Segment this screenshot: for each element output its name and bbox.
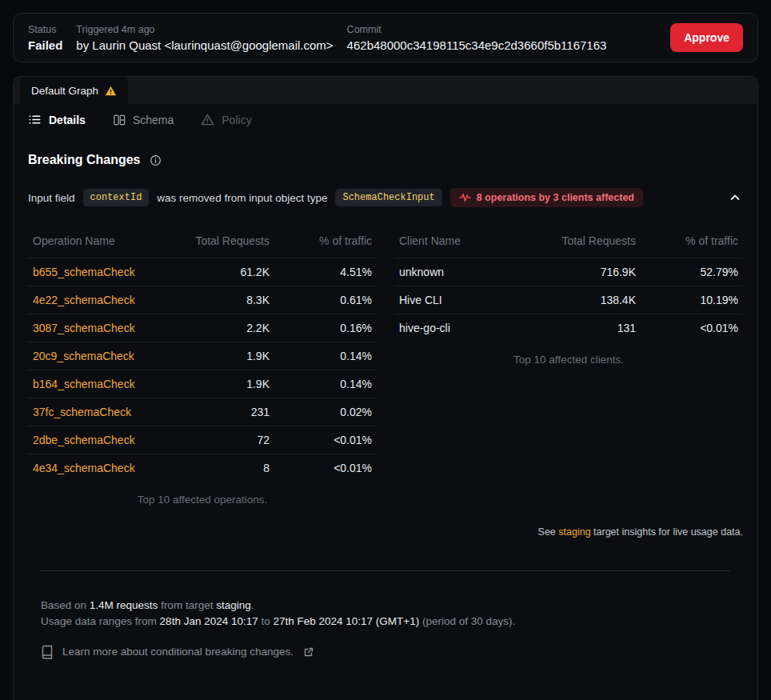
footer-text: from target <box>161 599 213 611</box>
page: Status Failed Triggered 4m ago by Laurin… <box>0 0 771 700</box>
requests-cell: 231 <box>162 398 274 426</box>
requests-cell: 8 <box>162 454 274 482</box>
learn-more-link[interactable]: Learn more about conditional breaking ch… <box>41 644 730 660</box>
triggered-by: by Laurin Quast <laurinquast@googlemail.… <box>76 38 333 52</box>
client-name-cell: hive-go-cli <box>394 314 529 342</box>
requests-cell: 138.4K <box>529 286 641 314</box>
tab-schema[interactable]: Schema <box>113 114 174 126</box>
operation-link[interactable]: 37fc_schemaCheck <box>33 406 131 418</box>
traffic-cell: 0.61% <box>274 286 377 314</box>
operation-link[interactable]: 4e22_schemaCheck <box>33 294 135 306</box>
requests-cell: 72 <box>162 426 274 454</box>
col-client-name: Client Name <box>394 230 529 258</box>
table-row: b655_schemaCheck 61.2K 4.51% <box>28 258 377 286</box>
col-total-requests: Total Requests <box>529 230 641 258</box>
activity-pulse-icon <box>459 193 471 202</box>
external-link-icon <box>304 647 314 657</box>
traffic-cell: 0.14% <box>274 370 377 398</box>
book-icon <box>41 645 54 659</box>
traffic-cell: 52.79% <box>641 258 743 286</box>
staging-link[interactable]: staging <box>558 526 590 538</box>
graph-tab-strip: Default Graph <box>14 77 757 104</box>
col-operation-name: Operation Name <box>28 230 162 258</box>
footer-range-start: 28th Jan 2024 10:17 <box>160 615 258 627</box>
schema-icon <box>113 114 126 126</box>
check-tabs: Details Schema <box>14 104 757 135</box>
footer-target: staging <box>216 599 251 611</box>
requests-cell: 8.3K <box>162 286 274 314</box>
graph-tab-label: Default Graph <box>31 85 98 97</box>
footer-text: Based on <box>41 599 86 611</box>
tab-policy[interactable]: Policy <box>201 113 251 126</box>
approve-button[interactable]: Approve <box>670 23 743 52</box>
tab-policy-label: Policy <box>222 114 251 126</box>
table-row: Hive CLI 138.4K 10.19% <box>394 286 743 314</box>
insights-suffix: target insights for live usage data. <box>593 526 743 538</box>
operation-link[interactable]: b164_schemaCheck <box>33 378 135 390</box>
traffic-cell: 0.02% <box>274 398 377 426</box>
traffic-cell: 0.16% <box>274 314 377 342</box>
footer-range-end: 27th Feb 2024 10:17 (GMT+1) <box>274 615 420 627</box>
operations-caption: Top 10 affected operations. <box>28 494 377 506</box>
triggered-label: Triggered 4m ago <box>76 24 333 35</box>
traffic-cell: 10.19% <box>641 286 743 314</box>
requests-cell: 1.9K <box>162 342 274 370</box>
status-value: Failed <box>28 38 62 52</box>
requests-cell: 131 <box>529 314 641 342</box>
triggered-group: Triggered 4m ago by Laurin Quast <laurin… <box>76 24 333 52</box>
operation-link[interactable]: 4e34_schemaCheck <box>33 462 135 474</box>
operation-link[interactable]: b655_schemaCheck <box>33 266 135 278</box>
footer-requests: 1.4M requests <box>90 599 158 611</box>
clients-caption: Top 10 affected clients. <box>394 354 743 366</box>
affected-badge: 8 operations by 3 clients affected <box>450 188 643 207</box>
field-code-chip: contextId <box>83 189 150 206</box>
tab-details-label: Details <box>49 114 86 126</box>
tab-default-graph[interactable]: Default Graph <box>20 77 128 104</box>
section-head: Breaking Changes <box>28 153 743 167</box>
status-group: Status Failed <box>28 24 62 52</box>
chevron-up-icon[interactable] <box>727 190 743 206</box>
table-row: hive-go-cli 131 <0.01% <box>394 314 743 342</box>
table-row: 4e22_schemaCheck 8.3K 0.61% <box>28 286 377 314</box>
check-summary-header: Status Failed Triggered 4m ago by Laurin… <box>13 13 758 62</box>
usage-tables: Operation Name Total Requests % of traff… <box>28 230 743 506</box>
list-icon <box>28 113 42 126</box>
warning-outline-icon <box>201 113 214 126</box>
table-row: 3087_schemaCheck 2.2K 0.16% <box>28 314 377 342</box>
warning-triangle-icon <box>105 85 117 97</box>
traffic-cell: 4.51% <box>274 258 377 286</box>
breaking-change-item[interactable]: Input field contextId was removed from i… <box>28 188 743 207</box>
table-row: 20c9_schemaCheck 1.9K 0.14% <box>28 342 377 370</box>
change-prefix: Input field <box>28 192 75 204</box>
insights-prefix: See <box>538 526 556 538</box>
requests-cell: 2.2K <box>162 314 274 342</box>
requests-cell: 716.9K <box>529 258 641 286</box>
operation-link[interactable]: 3087_schemaCheck <box>33 322 135 334</box>
operation-link[interactable]: 20c9_schemaCheck <box>33 350 134 362</box>
footer-line-1: Based on 1.4M requests from target stagi… <box>41 598 730 614</box>
section-title: Breaking Changes <box>28 153 140 167</box>
operations-table: Operation Name Total Requests % of traff… <box>28 230 377 482</box>
tab-schema-label: Schema <box>133 114 174 126</box>
col-traffic: % of traffic <box>641 230 743 258</box>
commit-hash: 462b48000c34198115c34e9c2d3660f5b1167163 <box>347 38 607 52</box>
tab-details[interactable]: Details <box>28 113 86 126</box>
commit-label: Commit <box>347 24 607 35</box>
table-row: 37fc_schemaCheck 231 0.02% <box>28 398 377 426</box>
table-row: unknown 716.9K 52.79% <box>394 258 743 286</box>
schema-check-card: Default Graph Details <box>13 76 758 700</box>
requests-cell: 61.2K <box>162 258 274 286</box>
info-icon[interactable] <box>150 154 162 166</box>
traffic-cell: <0.01% <box>274 426 377 454</box>
operation-link[interactable]: 2dbe_schemaCheck <box>33 434 135 446</box>
affected-badge-label: 8 operations by 3 clients affected <box>477 192 634 203</box>
footer-line-2: Usage data ranges from 28th Jan 2024 10:… <box>41 614 730 630</box>
traffic-cell: <0.01% <box>274 454 377 482</box>
requests-cell: 1.9K <box>162 370 274 398</box>
operations-panel: Operation Name Total Requests % of traff… <box>28 230 377 506</box>
status-label: Status <box>28 24 62 35</box>
clients-header-row: Client Name Total Requests % of traffic <box>394 230 743 258</box>
traffic-cell: 0.14% <box>274 342 377 370</box>
operations-header-row: Operation Name Total Requests % of traff… <box>28 230 377 258</box>
footer-text: to <box>261 615 270 627</box>
